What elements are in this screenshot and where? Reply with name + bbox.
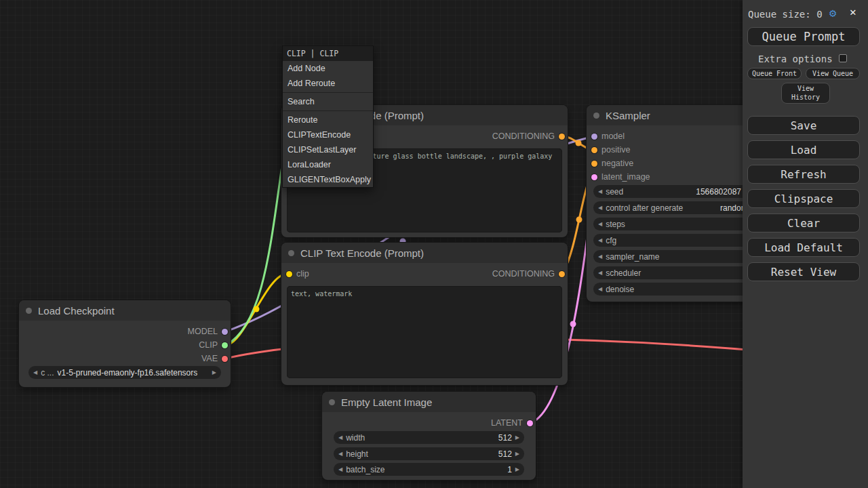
output-label: CLIP [199,340,218,350]
scheduler-widget[interactable]: ◀ scheduler [593,266,763,279]
refresh-button[interactable]: Refresh [747,165,860,184]
prompt-textarea[interactable]: text, watermark [287,286,562,378]
cfg-widget[interactable]: ◀ cfg [593,234,763,247]
widget-label: batch_size [346,465,384,474]
widget-value: 512 [498,433,512,443]
output-dot-conditioning[interactable] [559,134,565,140]
queue-front-button[interactable]: Queue Front [747,68,802,79]
output-slot-vae: VAE [201,352,229,365]
arrow-left-icon[interactable]: ◀ [598,286,602,292]
node-empty-latent-image[interactable]: Empty Latent Image LATENT ◀ width 512 ▶ … [322,392,536,480]
input-dot-latent-image[interactable] [591,174,597,180]
collapse-dot-icon[interactable] [329,399,335,405]
view-history-button[interactable]: View History [781,83,830,104]
output-label: MODEL [188,327,218,336]
collapse-dot-icon[interactable] [288,250,294,256]
control-after-generate-widget[interactable]: ◀ control after generate randomize [593,201,763,214]
output-dot-model[interactable] [222,329,228,335]
widget-label: denoise [606,285,634,294]
output-slot-conditioning: CONDITIONING [492,267,566,281]
menu-item-cliptextencode[interactable]: CLIPTextEncode [283,127,373,142]
arrow-left-icon[interactable]: ◀ [598,188,602,195]
widget-label: control after generate [606,203,683,213]
comfyui-canvas[interactable]: Load Checkpoint MODEL CLIP VAE ◀ c ... v… [0,0,868,488]
queue-prompt-button[interactable]: Queue Prompt [747,27,860,46]
denoise-widget[interactable]: ◀ denoise [593,283,763,296]
input-dot-clip[interactable] [286,271,292,277]
link-dot-clip [254,306,260,312]
input-dot-positive[interactable] [591,147,597,153]
output-dot-clip[interactable] [222,342,228,348]
node-title: CLIP Text Encode (Prompt) [300,247,424,259]
widget-value: 1 [507,465,512,474]
reset-view-button[interactable]: Reset View [747,262,860,281]
seed-widget[interactable]: ◀ seed 1566802087 [593,185,763,198]
widget-label: width [346,433,365,443]
widget-value: v1-5-pruned-emaonly-fp16.safetensors [58,368,198,378]
link-dot-conditioning-positive [576,140,582,146]
arrow-left-icon[interactable]: ◀ [598,253,602,260]
node-clip-text-encode-negative[interactable]: CLIP Text Encode (Prompt) clip CONDITION… [281,243,568,385]
collapse-dot-icon[interactable] [26,308,32,314]
load-default-button[interactable]: Load Default [747,238,860,257]
menu-item-gligentextboxapply[interactable]: GLIGENTextBoxApply [283,172,373,187]
arrow-left-icon[interactable]: ◀ [338,466,342,472]
arrow-left-icon[interactable]: ◀ [33,369,37,375]
collapse-dot-icon[interactable] [593,113,599,119]
extra-options-checkbox[interactable] [839,54,847,62]
arrow-left-icon[interactable]: ◀ [338,451,342,457]
node-title-bar[interactable]: Empty Latent Image [322,392,536,412]
width-widget[interactable]: ◀ width 512 ▶ [334,431,524,444]
view-queue-button[interactable]: View Queue [806,68,860,79]
save-button[interactable]: Save [747,116,860,135]
output-slot-clip: CLIP [199,338,229,352]
menu-item-add-node[interactable]: Add Node [283,61,373,76]
input-dot-model[interactable] [591,134,597,140]
output-dot-conditioning[interactable] [559,271,565,277]
widget-label: sampler_name [606,252,659,262]
output-label: CONDITIONING [492,269,555,279]
arrow-right-icon[interactable]: ▶ [515,434,519,441]
arrow-right-icon[interactable]: ▶ [515,466,519,472]
menu-item-search[interactable]: Search [283,94,373,109]
arrow-left-icon[interactable]: ◀ [598,205,602,211]
settings-gear-icon[interactable]: ⚙ [829,6,836,20]
input-slot-clip: clip [283,267,309,281]
ckpt-name-widget[interactable]: ◀ c ... v1-5-pruned-emaonly-fp16.safeten… [28,366,221,379]
node-title-bar[interactable]: Load Checkpoint [19,300,231,321]
clipspace-button[interactable]: Clipspace [747,189,860,208]
load-button[interactable]: Load [747,140,860,159]
arrow-left-icon[interactable]: ◀ [598,270,602,276]
close-icon[interactable]: ✕ [850,5,856,18]
menu-item-add-reroute[interactable]: Add Reroute [283,76,373,91]
sampler-name-widget[interactable]: ◀ sampler_name [593,250,763,263]
arrow-left-icon[interactable]: ◀ [598,221,602,227]
steps-widget[interactable]: ◀ steps [593,218,763,230]
widget-label: height [346,449,368,459]
input-label: positive [601,145,630,155]
extra-options-label: Extra options [758,54,833,64]
widget-label: scheduler [606,268,641,278]
input-slot-positive: positive [589,143,630,157]
output-label: CONDITIONING [492,131,555,141]
input-dot-negative[interactable] [591,161,597,167]
output-dot-vae[interactable] [222,356,228,362]
output-label: LATENT [491,418,523,428]
arrow-left-icon[interactable]: ◀ [338,434,342,441]
arrow-left-icon[interactable]: ◀ [598,237,602,243]
height-widget[interactable]: ◀ height 512 ▶ [334,447,524,460]
menu-separator [283,110,373,111]
batch-size-widget[interactable]: ◀ batch_size 1 ▶ [334,463,524,476]
clear-button[interactable]: Clear [747,214,860,232]
menu-item-clipsetlastlayer[interactable]: CLIPSetLastLayer [283,142,373,157]
menu-item-reroute[interactable]: Reroute [283,113,373,127]
input-label: clip [296,269,309,279]
node-title-bar[interactable]: CLIP Text Encode (Prompt) [281,243,568,263]
arrow-right-icon[interactable]: ▶ [515,451,519,457]
node-load-checkpoint[interactable]: Load Checkpoint MODEL CLIP VAE ◀ c ... v… [19,300,231,387]
menu-separator [283,92,373,93]
output-dot-latent[interactable] [527,420,533,426]
arrow-right-icon[interactable]: ▶ [212,369,216,375]
menu-item-loraloader[interactable]: LoraLoader [283,157,373,172]
node-title: KSampler [606,110,650,121]
